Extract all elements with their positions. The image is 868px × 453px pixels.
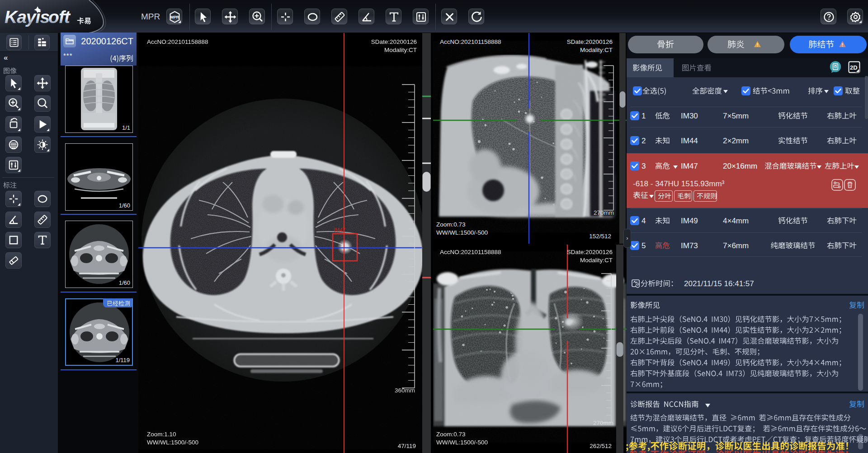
svg-text:270mm: 270mm	[593, 420, 613, 426]
svg-text:IM47: IM47	[334, 227, 346, 233]
svg-text:270mm: 270mm	[594, 209, 614, 216]
svg-text:2D: 2D	[850, 64, 858, 71]
svg-text:360mm: 360mm	[395, 387, 415, 394]
svg-text:MPR: MPR	[170, 15, 179, 19]
